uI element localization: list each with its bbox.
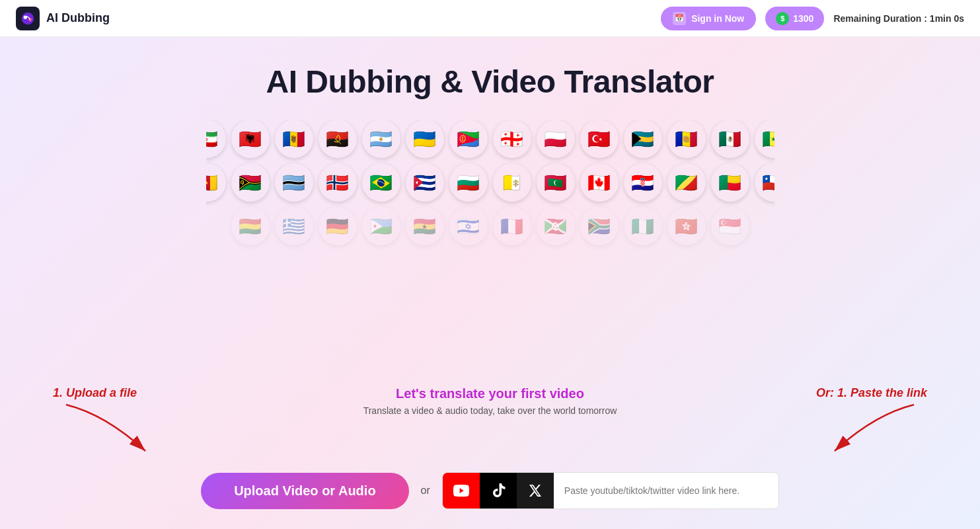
- upload-button[interactable]: Upload Video or Audio: [201, 473, 408, 509]
- flag-item: 🇵🇱: [537, 120, 575, 158]
- sign-in-label: Sign in Now: [691, 13, 744, 24]
- flag-item: 🇮🇷: [206, 120, 226, 158]
- flag-item: 🇲🇽: [711, 120, 749, 158]
- cta-area: Let's translate your first video Transla…: [363, 386, 617, 429]
- link-input[interactable]: [554, 473, 778, 509]
- flag-item: 🇬🇭: [406, 207, 444, 245]
- arrow-right-icon: [821, 401, 927, 458]
- arrow-left-icon: [53, 401, 159, 458]
- flag-item: 🇳🇴: [319, 163, 357, 202]
- flag-item: 🇲🇻: [537, 163, 575, 202]
- cta-subtext: Translate a video & audio today, take ov…: [363, 405, 617, 416]
- flag-item: 🇭🇷: [624, 163, 662, 202]
- svg-point-0: [22, 12, 34, 24]
- flag-item: 🇹🇷: [580, 120, 619, 158]
- or-label: or: [421, 485, 430, 497]
- bottom-section: 1. Upload a file Let's translate your fi…: [0, 386, 980, 529]
- flag-item: 🇦🇷: [362, 120, 400, 158]
- flag-item: 🇨🇦: [580, 163, 619, 202]
- logo-icon: [16, 7, 40, 30]
- page-title: AI Dubbing & Video Translator: [266, 63, 714, 100]
- main-content: AI Dubbing & Video Translator 🇩🇿🇱🇹🇮🇷🇦🇱🇲🇩…: [0, 37, 980, 251]
- flag-item: 🇧🇼: [275, 163, 313, 202]
- flag-item: 🇧🇷: [362, 163, 400, 202]
- flag-item: 🇺🇦: [406, 120, 444, 158]
- sign-in-button[interactable]: 📅 Sign in Now: [661, 7, 756, 30]
- social-icons: [443, 473, 554, 509]
- flag-item: 🇧🇴: [231, 207, 270, 245]
- cta-heading: Let's translate your first video: [363, 386, 617, 401]
- flag-item: 🇧🇸: [624, 120, 662, 158]
- flag-item: 🇸🇳: [755, 120, 774, 158]
- tiktok-icon[interactable]: [480, 472, 517, 509]
- flag-item: 🇧🇮: [537, 207, 575, 245]
- flag-item: 🇩🇪: [319, 207, 357, 245]
- flags-row-2: 🇧🇫🇨🇲🇻🇺🇧🇼🇳🇴🇧🇷🇨🇺🇧🇬🇻🇦🇲🇻🇨🇦🇭🇷🇨🇬🇧🇯🇨🇱🇨🇴: [206, 163, 774, 202]
- annotation-left: 1. Upload a file: [53, 386, 159, 458]
- credits-button[interactable]: $ 1300: [765, 7, 824, 30]
- youtube-icon[interactable]: [443, 472, 480, 509]
- upload-annotation: 1. Upload a file: [53, 386, 137, 399]
- flag-item: 🇦🇱: [231, 120, 270, 158]
- flag-item: 🇨🇺: [406, 163, 444, 202]
- header-right: 📅 Sign in Now $ 1300 Remaining Duration …: [661, 7, 964, 30]
- flag-item: 🇨🇱: [755, 163, 774, 202]
- dollar-icon: $: [776, 12, 789, 25]
- upload-row: Upload Video or Audio or: [201, 472, 779, 509]
- flag-item: 🇮🇱: [449, 207, 488, 245]
- flag-item: 🇨🇲: [206, 163, 226, 202]
- flag-item: 🇬🇷: [275, 207, 313, 245]
- flag-item: 🇫🇷: [493, 207, 531, 245]
- annotation-right: Or: 1. Paste the link: [816, 386, 927, 458]
- flag-item: 🇬🇪: [493, 120, 531, 158]
- credits-amount: 1300: [793, 13, 813, 24]
- flag-item: 🇧🇬: [449, 163, 488, 202]
- flag-item: 🇲🇩: [275, 120, 313, 158]
- svg-point-1: [24, 15, 28, 19]
- flag-item: 🇧🇯: [711, 163, 749, 202]
- flag-item: 🇩🇯: [362, 207, 400, 245]
- flag-item: 🇳🇬: [624, 207, 662, 245]
- flags-row-3: 🇧🇴🇬🇷🇩🇪🇩🇯🇬🇭🇮🇱🇫🇷🇧🇮🇿🇦🇳🇬🇭🇰🇸🇬: [206, 207, 774, 245]
- flag-item: 🇻🇦: [493, 163, 531, 202]
- flags-container: 🇩🇿🇱🇹🇮🇷🇦🇱🇲🇩🇦🇴🇦🇷🇺🇦🇪🇷🇬🇪🇵🇱🇹🇷🇧🇸🇦🇩🇲🇽🇸🇳🇨🇩🇲🇱 🇧🇫🇨…: [206, 120, 774, 251]
- link-input-wrapper: [442, 472, 779, 509]
- flag-item: 🇸🇬: [711, 207, 749, 245]
- flag-item: 🇨🇬: [667, 163, 706, 202]
- remaining-duration: Remaining Duration : 1min 0s: [833, 13, 964, 24]
- flag-item: 🇦🇩: [667, 120, 706, 158]
- twitter-x-icon[interactable]: [517, 472, 554, 509]
- flags-row-1: 🇩🇿🇱🇹🇮🇷🇦🇱🇲🇩🇦🇴🇦🇷🇺🇦🇪🇷🇬🇪🇵🇱🇹🇷🇧🇸🇦🇩🇲🇽🇸🇳🇨🇩🇲🇱: [206, 120, 774, 158]
- logo: AI Dubbing: [16, 7, 110, 30]
- header: AI Dubbing 📅 Sign in Now $ 1300 Remainin…: [0, 0, 980, 37]
- logo-text: AI Dubbing: [46, 11, 110, 25]
- flag-item: 🇦🇴: [319, 120, 357, 158]
- flag-item: 🇭🇰: [667, 207, 706, 245]
- flag-item: 🇻🇺: [231, 163, 270, 202]
- flag-item: 🇪🇷: [449, 120, 488, 158]
- paste-link-annotation: Or: 1. Paste the link: [816, 386, 927, 399]
- flag-item: 🇿🇦: [580, 207, 619, 245]
- calendar-icon: 📅: [673, 12, 686, 25]
